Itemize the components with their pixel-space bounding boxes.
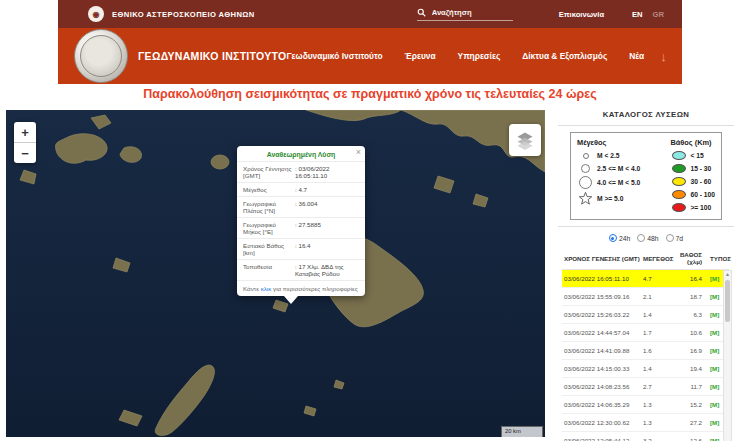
scroll-up-icon[interactable]: ▲ xyxy=(724,271,731,278)
time-range-option-24h[interactable]: 24h xyxy=(609,234,630,242)
institute-seal-logo xyxy=(74,29,128,83)
depth-label: 15 - 30 xyxy=(690,165,711,172)
legend-box: Μέγεθος M < 2.52.5 <= M < 4.04.0 <= M < … xyxy=(570,132,722,220)
search-box[interactable] xyxy=(417,7,513,21)
layers-icon xyxy=(515,130,535,150)
zoom-in-button[interactable]: + xyxy=(14,122,36,143)
nav-item[interactable]: Γεωδυναμικό Ινστιτούτο xyxy=(287,51,383,61)
table-row[interactable]: 03/06/2022 15:26:03.221.46.3[M] xyxy=(562,306,729,324)
language-gr[interactable]: GR xyxy=(653,10,664,19)
sidebar-title: ΚΑΤΑΛΟΓΟΣ ΛΥΣΕΩΝ xyxy=(558,104,734,119)
popup-field-label: Χρόνος Γέννησης [GMT] xyxy=(243,165,295,179)
cell-depth: 12.6 xyxy=(672,437,708,441)
magnitude-label: 2.5 <= M < 4.0 xyxy=(597,165,640,172)
magnitude-circle-icon xyxy=(583,153,589,159)
legend-depth-column: Βάθος (Km) < 1515 - 3030 - 6060 - 100>= … xyxy=(670,138,715,213)
cell-magnitude: 3.2 xyxy=(643,437,670,441)
scrollbar-thumb[interactable] xyxy=(725,280,730,322)
legend-magnitude-items: M < 2.52.5 <= M < 4.04.0 <= M < 5.0M >= … xyxy=(577,150,640,206)
popup-field-label: Εστιακό Βάθος [km] xyxy=(243,242,295,256)
cell-magnitude: 1.4 xyxy=(643,365,670,372)
language-en[interactable]: EN xyxy=(632,10,643,19)
table-row[interactable]: 03/06/2022 14:15:00.331.419.4[M] xyxy=(562,360,729,378)
depth-oval-icon xyxy=(672,151,686,160)
solutions-table: ΧΡΟΝΟΣ ΓΕΝΕΣΗΣ (GMT)ΜΕΓΕΘΟΣΒΑΘΟΣ (χλμ)ΤΥ… xyxy=(562,248,729,441)
cell-depth: 18.7 xyxy=(672,293,708,300)
layers-button[interactable] xyxy=(509,124,541,156)
cell-depth: 19.4 xyxy=(672,365,708,372)
cell-magnitude: 2.1 xyxy=(643,293,670,300)
popup-more-info-link[interactable]: κλικ xyxy=(261,285,272,292)
radio-icon[interactable] xyxy=(666,234,674,242)
magnitude-symbol-icon xyxy=(577,164,594,173)
nav-download-arrow-icon[interactable]: ↓ xyxy=(660,50,667,63)
cell-depth: 27.2 xyxy=(672,419,708,426)
cell-magnitude: 1.6 xyxy=(643,347,670,354)
popup-fields: Χρόνος Γέννησης [GMT]03/06/2022 16:05:11… xyxy=(237,161,365,280)
cell-depth: 10.6 xyxy=(672,329,708,336)
legend-depth-item: 30 - 60 xyxy=(670,176,715,187)
nav-item[interactable]: Υπηρεσίες xyxy=(458,51,501,61)
depth-label: < 15 xyxy=(690,152,703,159)
table-body: 03/06/2022 16:05:11.104.716.4[M]03/06/20… xyxy=(562,270,729,441)
popup-field-row: Χρόνος Γέννησης [GMT]03/06/2022 16:05:11… xyxy=(237,161,365,182)
popup-tail xyxy=(284,296,298,304)
seismicity-map[interactable]: + − Αναθεωρημένη Λύση × Χρόνος Γέννησης … xyxy=(6,110,545,437)
depth-symbol-icon xyxy=(670,151,687,160)
search-input[interactable] xyxy=(430,7,512,18)
table-row[interactable]: 03/06/2022 16:05:11.104.716.4[M] xyxy=(562,270,729,288)
popup-field-value: 36.004 xyxy=(295,200,359,214)
table-row[interactable]: 03/06/2022 14:41:09.881.616.9[M] xyxy=(562,342,729,360)
depth-symbol-icon xyxy=(670,203,687,212)
cell-magnitude: 1.7 xyxy=(643,329,670,336)
contact-link[interactable]: Επικοινωνία xyxy=(559,10,604,19)
legend-depth-item: >= 100 xyxy=(670,202,715,213)
institute-seal-inner xyxy=(80,35,122,77)
cell-depth: 16.9 xyxy=(672,347,708,354)
table-row[interactable]: 03/06/2022 14:06:35.291.315.2[M] xyxy=(562,396,729,414)
time-range-option-7d[interactable]: 7d xyxy=(666,234,684,242)
legend-depth-item: 15 - 30 xyxy=(670,163,715,174)
cell-magnitude: 2.7 xyxy=(643,383,670,390)
magnitude-label: 4.0 <= M < 5.0 xyxy=(597,179,640,186)
table-scrollbar[interactable]: ▲ xyxy=(723,270,732,441)
popup-field-value: 27.5885 xyxy=(295,221,359,235)
table-header-cell: ΒΑΘΟΣ (χλμ) xyxy=(672,251,708,265)
main-nav: Γεωδυναμικό ΙνστιτούτοΈρευναΥπηρεσίεςΔίκ… xyxy=(287,51,645,61)
scale-mi: 10 mi xyxy=(501,435,543,437)
table-row[interactable]: 03/06/2022 14:08:23.562.711.7[M] xyxy=(562,378,729,396)
legend-depth-items: < 1515 - 3030 - 6060 - 100>= 100 xyxy=(670,150,715,213)
time-range-option-48h[interactable]: 48h xyxy=(637,234,658,242)
magnitude-label: M < 2.5 xyxy=(597,152,620,159)
divider xyxy=(558,125,734,126)
table-header-row: ΧΡΟΝΟΣ ΓΕΝΕΣΗΣ (GMT)ΜΕΓΕΘΟΣΒΑΘΟΣ (χλμ)ΤΥ… xyxy=(562,248,729,270)
table-row[interactable]: 03/06/2022 12:30:00.621.327.2[M] xyxy=(562,414,729,432)
range-label: 24h xyxy=(619,235,630,242)
nav-item[interactable]: Έρευνα xyxy=(405,51,436,61)
page-title: Παρακολούθηση σεισμικότητας σε πραγματικ… xyxy=(58,87,682,101)
cell-time: 03/06/2022 16:05:11.10 xyxy=(564,275,641,282)
popup-title: Αναθεωρημένη Λύση xyxy=(237,146,365,161)
cell-time: 03/06/2022 12:30:00.62 xyxy=(564,419,641,426)
popup-close-icon[interactable]: × xyxy=(356,147,361,157)
table-header-cell: ΜΕΓΕΘΟΣ xyxy=(643,255,670,262)
popup-field-row: Μέγεθος4.7 xyxy=(237,182,365,196)
table-row[interactable]: 03/06/2022 14:44:57.041.710.6[M] xyxy=(562,324,729,342)
legend-depth-title: Βάθος (Km) xyxy=(670,138,715,147)
radio-icon[interactable] xyxy=(609,234,617,242)
zoom-out-button[interactable]: − xyxy=(14,143,36,163)
radio-icon[interactable] xyxy=(637,234,645,242)
popup-field-label: Γεωγραφικό Μήκος [°E] xyxy=(243,221,295,235)
nav-item[interactable]: Δίκτυα & Εξοπλισμός xyxy=(522,51,607,61)
popup-field-value: 16.4 xyxy=(295,242,359,256)
legend-depth-item: < 15 xyxy=(670,150,715,161)
table-row[interactable]: 03/06/2022 15:55:09.162.118.7[M] xyxy=(562,288,729,306)
nav-item[interactable]: Νέα xyxy=(629,51,644,61)
cell-time: 03/06/2022 14:41:09.88 xyxy=(564,347,641,354)
magnitude-star-icon xyxy=(578,191,593,206)
cell-time: 03/06/2022 14:08:23.56 xyxy=(564,383,641,390)
solutions-sidebar: ΚΑΤΑΛΟΓΟΣ ΛΥΣΕΩΝ Μέγεθος M < 2.52.5 <= M… xyxy=(558,104,734,441)
depth-symbol-icon xyxy=(670,164,687,173)
table-row[interactable]: 03/06/2022 12:05:44.123.212.6[M] xyxy=(562,432,729,441)
cell-magnitude: 4.7 xyxy=(643,275,670,282)
